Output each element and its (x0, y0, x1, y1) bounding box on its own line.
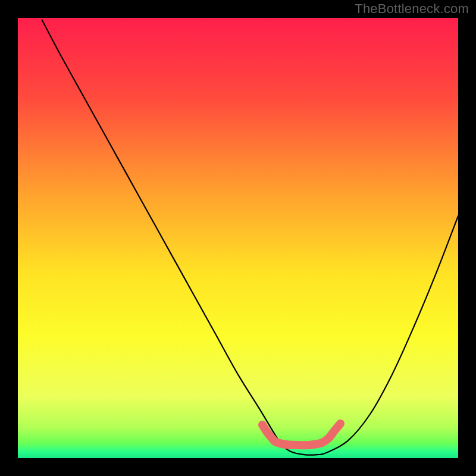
chart-stage: TheBottleneck.com (0, 0, 476, 476)
gradient-plot-area (18, 18, 458, 458)
bottleneck-chart (0, 0, 476, 476)
watermark-text: TheBottleneck.com (355, 1, 469, 17)
